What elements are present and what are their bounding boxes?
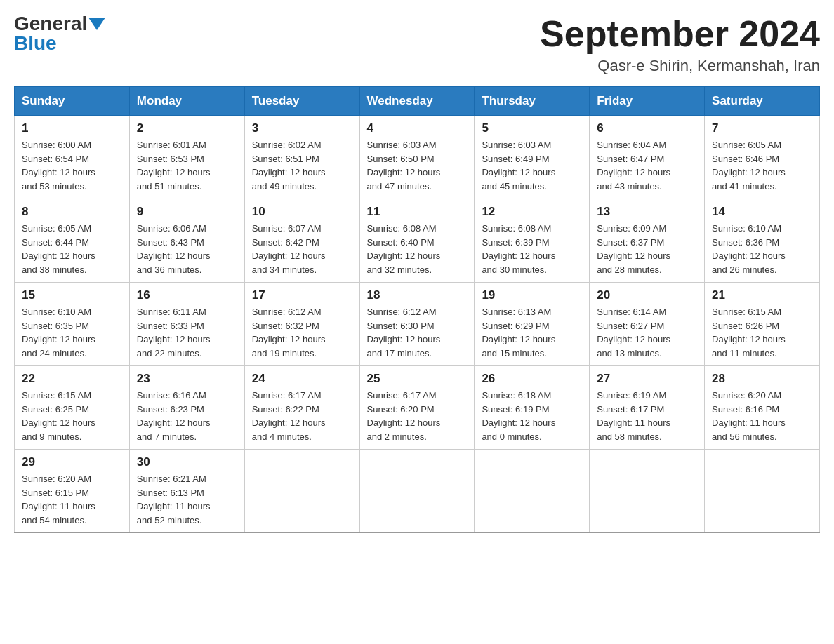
calendar-day-cell xyxy=(705,450,820,533)
day-number: 30 xyxy=(137,455,237,469)
day-number: 26 xyxy=(482,372,582,386)
calendar-day-cell: 29Sunrise: 6:20 AMSunset: 6:15 PMDayligh… xyxy=(15,450,130,533)
day-number: 20 xyxy=(597,288,697,302)
logo: General Blue xyxy=(14,14,105,53)
day-number: 4 xyxy=(367,121,468,135)
day-info: Sunrise: 6:09 AMSunset: 6:37 PMDaylight:… xyxy=(597,222,697,276)
weekday-header-cell: Friday xyxy=(590,87,705,116)
calendar-day-cell xyxy=(359,450,475,533)
day-number: 2 xyxy=(137,121,237,135)
day-info: Sunrise: 6:06 AMSunset: 6:43 PMDaylight:… xyxy=(137,222,237,276)
day-number: 10 xyxy=(252,205,352,219)
day-number: 21 xyxy=(712,288,812,302)
calendar-day-cell: 27Sunrise: 6:19 AMSunset: 6:17 PMDayligh… xyxy=(590,366,705,450)
day-number: 22 xyxy=(22,372,122,386)
calendar-day-cell: 4Sunrise: 6:03 AMSunset: 6:50 PMDaylight… xyxy=(359,116,475,199)
calendar-day-cell: 16Sunrise: 6:11 AMSunset: 6:33 PMDayligh… xyxy=(129,283,244,366)
day-info: Sunrise: 6:14 AMSunset: 6:27 PMDaylight:… xyxy=(597,305,697,360)
day-number: 9 xyxy=(137,205,237,219)
calendar-week-row: 29Sunrise: 6:20 AMSunset: 6:15 PMDayligh… xyxy=(15,450,820,533)
day-info: Sunrise: 6:08 AMSunset: 6:40 PMDaylight:… xyxy=(367,222,468,276)
day-number: 11 xyxy=(367,205,468,219)
day-info: Sunrise: 6:05 AMSunset: 6:44 PMDaylight:… xyxy=(22,222,122,276)
calendar-day-cell: 7Sunrise: 6:05 AMSunset: 6:46 PMDaylight… xyxy=(705,116,820,199)
day-number: 13 xyxy=(597,205,697,219)
calendar-day-cell: 9Sunrise: 6:06 AMSunset: 6:43 PMDaylight… xyxy=(129,199,244,283)
calendar-day-cell: 26Sunrise: 6:18 AMSunset: 6:19 PMDayligh… xyxy=(475,366,590,450)
day-number: 5 xyxy=(482,121,582,135)
calendar-day-cell: 2Sunrise: 6:01 AMSunset: 6:53 PMDaylight… xyxy=(129,116,244,199)
calendar-day-cell: 5Sunrise: 6:03 AMSunset: 6:49 PMDaylight… xyxy=(475,116,590,199)
weekday-header-cell: Sunday xyxy=(15,87,130,116)
day-number: 6 xyxy=(597,121,697,135)
calendar-day-cell: 21Sunrise: 6:15 AMSunset: 6:26 PMDayligh… xyxy=(705,283,820,366)
calendar-week-row: 15Sunrise: 6:10 AMSunset: 6:35 PMDayligh… xyxy=(15,283,820,366)
day-number: 1 xyxy=(22,121,122,135)
weekday-header-cell: Wednesday xyxy=(359,87,475,116)
calendar-week-row: 8Sunrise: 6:05 AMSunset: 6:44 PMDaylight… xyxy=(15,199,820,283)
calendar-day-cell: 13Sunrise: 6:09 AMSunset: 6:37 PMDayligh… xyxy=(590,199,705,283)
calendar-day-cell: 12Sunrise: 6:08 AMSunset: 6:39 PMDayligh… xyxy=(475,199,590,283)
calendar-day-cell: 22Sunrise: 6:15 AMSunset: 6:25 PMDayligh… xyxy=(15,366,130,450)
day-info: Sunrise: 6:03 AMSunset: 6:49 PMDaylight:… xyxy=(482,138,582,193)
calendar-day-cell xyxy=(475,450,590,533)
calendar-day-cell: 11Sunrise: 6:08 AMSunset: 6:40 PMDayligh… xyxy=(359,199,475,283)
calendar-day-cell: 24Sunrise: 6:17 AMSunset: 6:22 PMDayligh… xyxy=(244,366,359,450)
day-info: Sunrise: 6:00 AMSunset: 6:54 PMDaylight:… xyxy=(22,138,122,193)
day-info: Sunrise: 6:12 AMSunset: 6:30 PMDaylight:… xyxy=(367,305,468,360)
day-number: 8 xyxy=(22,205,122,219)
calendar-day-cell: 17Sunrise: 6:12 AMSunset: 6:32 PMDayligh… xyxy=(244,283,359,366)
day-info: Sunrise: 6:03 AMSunset: 6:50 PMDaylight:… xyxy=(367,138,468,193)
calendar-day-cell: 3Sunrise: 6:02 AMSunset: 6:51 PMDaylight… xyxy=(244,116,359,199)
day-info: Sunrise: 6:05 AMSunset: 6:46 PMDaylight:… xyxy=(712,138,812,193)
location-title: Qasr-e Shirin, Kermanshah, Iran xyxy=(540,57,820,75)
calendar-day-cell: 23Sunrise: 6:16 AMSunset: 6:23 PMDayligh… xyxy=(129,366,244,450)
calendar-week-row: 22Sunrise: 6:15 AMSunset: 6:25 PMDayligh… xyxy=(15,366,820,450)
day-info: Sunrise: 6:21 AMSunset: 6:13 PMDaylight:… xyxy=(137,472,237,527)
calendar-day-cell: 25Sunrise: 6:17 AMSunset: 6:20 PMDayligh… xyxy=(359,366,475,450)
calendar-day-cell: 18Sunrise: 6:12 AMSunset: 6:30 PMDayligh… xyxy=(359,283,475,366)
day-info: Sunrise: 6:11 AMSunset: 6:33 PMDaylight:… xyxy=(137,305,237,360)
day-info: Sunrise: 6:01 AMSunset: 6:53 PMDaylight:… xyxy=(137,138,237,193)
day-info: Sunrise: 6:20 AMSunset: 6:16 PMDaylight:… xyxy=(712,389,812,443)
day-info: Sunrise: 6:10 AMSunset: 6:36 PMDaylight:… xyxy=(712,222,812,276)
day-number: 7 xyxy=(712,121,812,135)
day-info: Sunrise: 6:15 AMSunset: 6:25 PMDaylight:… xyxy=(22,389,122,443)
calendar-day-cell: 1Sunrise: 6:00 AMSunset: 6:54 PMDaylight… xyxy=(15,116,130,199)
calendar-day-cell: 6Sunrise: 6:04 AMSunset: 6:47 PMDaylight… xyxy=(590,116,705,199)
day-number: 12 xyxy=(482,205,582,219)
day-info: Sunrise: 6:20 AMSunset: 6:15 PMDaylight:… xyxy=(22,472,122,527)
day-info: Sunrise: 6:07 AMSunset: 6:42 PMDaylight:… xyxy=(252,222,352,276)
day-number: 23 xyxy=(137,372,237,386)
calendar-day-cell: 20Sunrise: 6:14 AMSunset: 6:27 PMDayligh… xyxy=(590,283,705,366)
day-info: Sunrise: 6:17 AMSunset: 6:22 PMDaylight:… xyxy=(252,389,352,443)
day-info: Sunrise: 6:15 AMSunset: 6:26 PMDaylight:… xyxy=(712,305,812,360)
day-info: Sunrise: 6:18 AMSunset: 6:19 PMDaylight:… xyxy=(482,389,582,443)
day-info: Sunrise: 6:19 AMSunset: 6:17 PMDaylight:… xyxy=(597,389,697,443)
calendar-week-row: 1Sunrise: 6:00 AMSunset: 6:54 PMDaylight… xyxy=(15,116,820,199)
logo-triangle-icon xyxy=(88,18,105,30)
day-info: Sunrise: 6:12 AMSunset: 6:32 PMDaylight:… xyxy=(252,305,352,360)
day-number: 29 xyxy=(22,455,122,469)
calendar-day-cell: 10Sunrise: 6:07 AMSunset: 6:42 PMDayligh… xyxy=(244,199,359,283)
logo-general-text: General xyxy=(14,14,87,34)
day-number: 17 xyxy=(252,288,352,302)
day-number: 25 xyxy=(367,372,468,386)
day-number: 27 xyxy=(597,372,697,386)
day-number: 14 xyxy=(712,205,812,219)
page-header: General Blue September 2024 Qasr-e Shiri… xyxy=(14,14,820,75)
day-number: 28 xyxy=(712,372,812,386)
day-info: Sunrise: 6:13 AMSunset: 6:29 PMDaylight:… xyxy=(482,305,582,360)
weekday-header-cell: Tuesday xyxy=(244,87,359,116)
weekday-header-cell: Saturday xyxy=(705,87,820,116)
weekday-header-cell: Thursday xyxy=(475,87,590,116)
logo-blue-text: Blue xyxy=(14,34,57,53)
month-title: September 2024 xyxy=(540,14,820,54)
calendar-day-cell xyxy=(244,450,359,533)
day-info: Sunrise: 6:16 AMSunset: 6:23 PMDaylight:… xyxy=(137,389,237,443)
weekday-header-row: SundayMondayTuesdayWednesdayThursdayFrid… xyxy=(15,87,820,116)
day-number: 3 xyxy=(252,121,352,135)
weekday-header-cell: Monday xyxy=(129,87,244,116)
calendar-day-cell: 14Sunrise: 6:10 AMSunset: 6:36 PMDayligh… xyxy=(705,199,820,283)
day-info: Sunrise: 6:10 AMSunset: 6:35 PMDaylight:… xyxy=(22,305,122,360)
